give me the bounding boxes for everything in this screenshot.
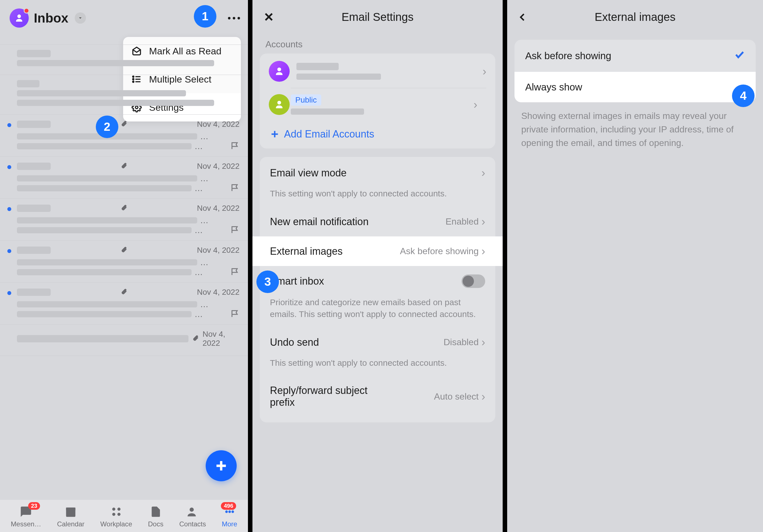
svg-point-21 — [225, 510, 228, 513]
panel-inbox: Inbox 1 Mark All as Read Multiple Select… — [0, 0, 248, 532]
email-list: Nov 4, 2022 … … Nov 4, 2022 … … Nov 4, 2… — [0, 45, 248, 356]
account-avatar[interactable] — [10, 8, 29, 28]
setting-label: Email view mode — [270, 167, 347, 179]
setting-sub: This setting won't apply to connected ac… — [260, 357, 495, 376]
nav-label: Messen… — [11, 520, 41, 528]
email-date: Nov 4, 2022 — [197, 288, 240, 297]
email-date: Nov 4, 2022 — [197, 120, 240, 129]
setting-label: New email notification — [270, 216, 369, 228]
svg-point-22 — [228, 510, 231, 513]
setting-value: Disabled — [444, 337, 479, 348]
chevron-right-icon: › — [482, 215, 485, 228]
ext-images-header: External images — [507, 0, 763, 34]
attachment-icon — [120, 120, 128, 129]
nav-label: More — [222, 520, 237, 528]
svg-point-13 — [112, 507, 115, 511]
email-item[interactable] — [0, 45, 248, 75]
step-3-badge: 3 — [257, 270, 279, 293]
attachment-icon — [120, 204, 128, 212]
nav-contacts[interactable]: Contacts — [179, 505, 206, 528]
email-item[interactable]: Nov 4, 2022 — [0, 325, 248, 356]
option-ask-before[interactable]: Ask before showing — [514, 40, 756, 72]
email-item[interactable]: Nov 4, 2022 … … — [0, 115, 248, 157]
unread-dot-icon — [7, 207, 11, 211]
ext-images-title: External images — [595, 11, 676, 23]
calendar-icon — [64, 505, 77, 518]
email-item[interactable]: Nov 4, 2022 … … — [0, 199, 248, 241]
email-date: Nov 4, 2022 — [197, 162, 240, 171]
setting-sub: This setting won't apply to connected ac… — [260, 188, 495, 207]
toggle-switch[interactable] — [462, 274, 485, 288]
flag-icon[interactable] — [231, 267, 240, 277]
attachment-icon — [192, 335, 199, 343]
setting-external-images[interactable]: External images Ask before showing› — [253, 236, 503, 266]
back-icon[interactable] — [518, 12, 527, 23]
contacts-icon — [186, 505, 199, 518]
step-2-badge: 2 — [96, 116, 118, 138]
email-date: Nov 4, 2022 — [197, 204, 240, 213]
accounts-label: Accounts — [253, 34, 503, 53]
badge-count: 496 — [221, 502, 236, 510]
accounts-card: › Public › Add Email Accounts — [260, 53, 495, 149]
email-item[interactable]: Nov 4, 2022 … … — [0, 157, 248, 199]
notification-dot-icon — [24, 8, 29, 14]
nav-workplace[interactable]: Workplace — [100, 505, 132, 528]
inbox-dropdown-toggle[interactable] — [75, 12, 86, 24]
flag-icon[interactable] — [231, 183, 240, 193]
flag-icon[interactable] — [231, 141, 240, 151]
badge-count: 23 — [28, 502, 40, 510]
email-item[interactable]: Nov 4, 2022 … … — [0, 241, 248, 283]
docs-icon — [149, 505, 163, 518]
email-date: Nov 4, 2022 — [197, 246, 240, 255]
nav-calendar[interactable]: Calendar — [57, 505, 84, 528]
setting-view-mode[interactable]: Email view mode › — [260, 158, 495, 188]
flag-icon[interactable] — [231, 225, 240, 235]
svg-point-14 — [117, 507, 120, 511]
option-always-show[interactable]: Always show — [514, 72, 756, 102]
svg-point-15 — [112, 513, 115, 516]
add-email-accounts[interactable]: Add Email Accounts — [260, 121, 495, 147]
close-icon[interactable] — [263, 11, 274, 24]
email-item[interactable]: Nov 4, 2022 … … — [0, 283, 248, 325]
setting-undo-send[interactable]: Undo send Disabled› — [260, 327, 495, 357]
compose-fab[interactable] — [206, 450, 237, 481]
nav-label: Calendar — [57, 520, 84, 528]
nav-more[interactable]: 496 More — [222, 505, 237, 528]
setting-value: Ask before showing — [400, 246, 479, 257]
attachment-icon — [120, 288, 128, 296]
account-row[interactable]: › — [260, 55, 495, 88]
option-label: Ask before showing — [525, 50, 611, 61]
account-avatar-icon — [269, 61, 290, 82]
nav-label: Docs — [148, 520, 164, 528]
setting-label: External images — [270, 246, 343, 257]
account-avatar-icon — [269, 94, 290, 115]
setting-notification[interactable]: New email notification Enabled› — [260, 207, 495, 236]
chevron-right-icon: › — [482, 390, 485, 403]
setting-sub: Prioritize and categorize new emails bas… — [260, 296, 495, 327]
account-row[interactable]: Public › — [291, 88, 486, 121]
attachment-icon — [120, 246, 128, 255]
unread-dot-icon — [7, 291, 11, 295]
option-label: Always show — [525, 81, 582, 93]
panel-email-settings: Email Settings Accounts › Public › Add E… — [248, 0, 507, 532]
chevron-right-icon: › — [483, 65, 486, 78]
svg-point-23 — [231, 510, 234, 513]
check-icon — [734, 49, 745, 62]
setting-label: Reply/forward subject prefix — [270, 385, 388, 408]
nav-messenger[interactable]: 23 Messen… — [11, 505, 41, 528]
setting-value: Auto select — [434, 391, 479, 402]
nav-docs[interactable]: Docs — [148, 505, 164, 528]
svg-point-16 — [117, 513, 120, 516]
chevron-right-icon: › — [482, 166, 485, 179]
bottom-nav: 23 Messen… Calendar Workplace Docs Conta… — [0, 500, 248, 532]
setting-subject-prefix[interactable]: Reply/forward subject prefix Auto select… — [260, 376, 495, 417]
settings-title: Email Settings — [342, 11, 414, 23]
chevron-right-icon: › — [482, 245, 485, 258]
setting-smart-inbox[interactable]: Smart inbox — [260, 266, 495, 296]
svg-rect-12 — [66, 507, 75, 510]
unread-dot-icon — [7, 123, 11, 127]
email-item[interactable] — [0, 75, 248, 115]
flag-icon[interactable] — [231, 309, 240, 319]
more-menu-button[interactable] — [228, 17, 240, 20]
chevron-right-icon: › — [482, 336, 485, 349]
